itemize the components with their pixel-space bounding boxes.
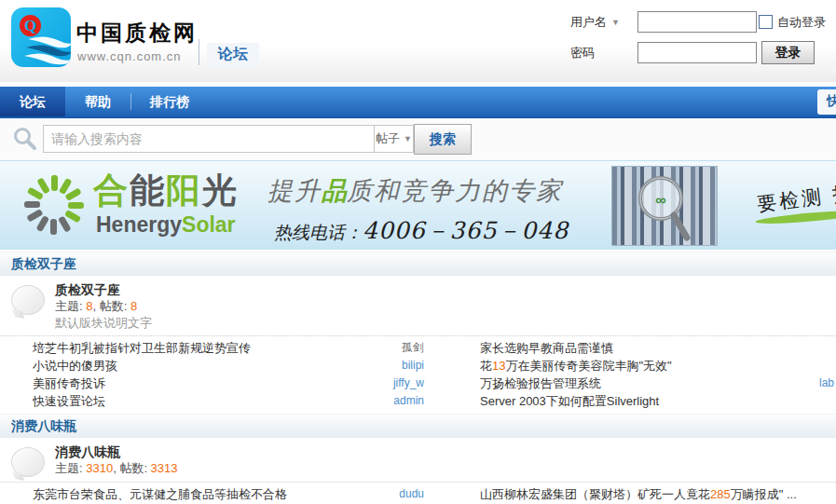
password-input[interactable] — [637, 42, 757, 63]
nav-tabs: 论坛帮助排行榜 — [0, 87, 836, 116]
topic-title-text: 山西柳林宏盛集团（聚财塔）矿死一人竟花 — [480, 487, 710, 501]
topic-title-link[interactable]: 快速设置论坛 — [33, 392, 393, 410]
post-count: 3313 — [151, 461, 178, 475]
section-title[interactable]: 质检双子座 — [11, 256, 76, 271]
topic-title-text: 万在美丽传奇美容院丰胸"无效" — [505, 359, 671, 373]
topic-count: 8 — [86, 299, 92, 313]
topic-author-link[interactable]: admin — [393, 392, 430, 410]
topic-cell: 万扬检验报告管理系统lab — [430, 375, 836, 392]
advertiser-char: 能 — [130, 171, 166, 210]
topic-cell: Server 2003下如何配置Silverlight — [430, 392, 836, 410]
forum-section: 消费八味瓶消费八味瓶主题: 3310, 帖数: 3313东莞市台荣食品、元谋健之… — [0, 414, 836, 504]
topic-title-link[interactable]: 美丽传奇投诉 — [33, 375, 393, 392]
ad-banner[interactable]: 合能阳光 HenergySolar 提升品质和竞争力的专家 热线电话：4006－… — [0, 161, 836, 250]
svg-text:∞: ∞ — [655, 192, 665, 208]
topic-author-link[interactable]: 孤剑 — [402, 339, 430, 357]
topic-title-link[interactable]: 山西柳林宏盛集团（聚财塔）矿死一人竟花285万瞒报成" ... — [480, 485, 836, 503]
login-button[interactable]: 登录 — [761, 41, 815, 64]
magnifier-ad-icon: ∞ — [629, 170, 700, 241]
section-header: 质检双子座 — [0, 252, 836, 276]
topic-title-text: 万瞒报成" ... — [731, 487, 797, 501]
topic-title-highlight: 13 — [492, 359, 505, 373]
search-scope-dropdown[interactable]: 帖子▼ — [374, 125, 414, 153]
forum-bubble-icon — [11, 285, 45, 315]
forum-page: Q 中国质检网 www.cqn.com.cn 论坛 用户名▼ 自动登录 密码 登… — [0, 0, 836, 504]
site-title: 中国质检网 — [76, 19, 198, 48]
search-bar: 帖子▼ 搜索 — [0, 118, 836, 161]
ad-tagline: 要检测 找 — [756, 180, 836, 218]
advertiser-name-en: HenergySolar — [96, 212, 236, 238]
topic-title-highlight: 285 — [710, 487, 731, 501]
topic-count: 3310 — [86, 461, 113, 475]
topic-author-link[interactable]: lab — [819, 375, 836, 392]
topic-cell: 花13万在美丽传奇美容院丰胸"无效" — [430, 357, 836, 375]
table-row: 培芝牛初乳被指针对卫生部新规逆势宣传孤剑家长选购早教商品需谨慎 — [0, 339, 836, 357]
quick-nav-button[interactable]: 快捷导航 — [817, 89, 836, 115]
search-button[interactable]: 搜索 — [414, 124, 472, 155]
table-row: 美丽传奇投诉jiffy_w万扬检验报告管理系统lab — [0, 375, 836, 392]
site-header: Q 中国质检网 www.cqn.com.cn 论坛 用户名▼ 自动登录 密码 登… — [0, 0, 836, 82]
logo-waves-icon — [24, 28, 71, 65]
site-url: www.cqn.com.cn — [77, 49, 182, 63]
auto-login-checkbox[interactable] — [759, 15, 773, 29]
username-input[interactable] — [637, 11, 757, 33]
forum-section: 质检双子座质检双子座主题: 8, 帖数: 8默认版块说明文字培芝牛初乳被指针对卫… — [0, 252, 836, 414]
ad-hotline: 热线电话：4006－365－048 — [274, 215, 569, 246]
sunburst-icon — [21, 171, 88, 238]
topic-title-text: 花 — [480, 359, 492, 373]
advertiser-char: 光 — [202, 171, 239, 210]
topic-title-link[interactable]: 花13万在美丽传奇美容院丰胸"无效" — [480, 357, 836, 375]
auto-login-wrap: 自动登录 — [759, 14, 836, 31]
forum-summary: 消费八味瓶主题: 3310, 帖数: 3313 — [0, 438, 836, 479]
topic-cell: 山西柳林宏盛集团（聚财塔）矿死一人竟花285万瞒报成" ... — [430, 485, 836, 503]
nav-tab-排行榜[interactable]: 排行榜 — [130, 87, 209, 116]
nav-tab-论坛[interactable]: 论坛 — [0, 87, 65, 116]
table-row: 快速设置论坛adminServer 2003下如何配置Silverlight — [0, 392, 836, 410]
forum-section-label: 论坛 — [207, 43, 259, 68]
username-dropdown-icon[interactable]: ▼ — [611, 18, 620, 27]
topic-cell: 东莞市台荣食品、元谋健之脯食品等抽检不合格dudu — [0, 485, 430, 503]
topic-cell: 培芝牛初乳被指针对卫生部新规逆势宣传孤剑 — [0, 339, 430, 357]
forum-bubble-icon — [11, 447, 45, 477]
topic-author-link[interactable]: dudu — [399, 485, 430, 503]
forum-name-link[interactable]: 质检双子座 — [55, 282, 152, 298]
forum-info: 消费八味瓶主题: 3310, 帖数: 3313 — [55, 444, 178, 477]
auto-login-label: 自动登录 — [777, 14, 826, 31]
section-title[interactable]: 消费八味瓶 — [11, 418, 76, 433]
forum-stats: 主题: 3310, 帖数: 3313 — [55, 460, 178, 477]
login-form: 用户名▼ 自动登录 密码 登录 — [570, 11, 836, 64]
main-nav: 论坛帮助排行榜 快捷导航 — [0, 87, 836, 118]
topic-cell: 快速设置论坛admin — [0, 392, 430, 410]
scope-dropdown-icon: ▼ — [404, 134, 412, 143]
search-input[interactable] — [43, 125, 374, 153]
topic-title-link[interactable]: 小说中的傻男孩 — [33, 357, 402, 375]
table-row: 小说中的傻男孩bilipi花13万在美丽传奇美容院丰胸"无效" — [0, 357, 836, 375]
forum-sections: 质检双子座质检双子座主题: 8, 帖数: 8默认版块说明文字培芝牛初乳被指针对卫… — [0, 252, 836, 504]
forum-stats: 主题: 8, 帖数: 8 — [55, 298, 152, 315]
advertiser-char: 合 — [93, 171, 130, 210]
topic-rows: 东莞市台荣食品、元谋健之脯食品等抽检不合格dudu山西柳林宏盛集团（聚财塔）矿死… — [0, 483, 836, 504]
topic-title-link[interactable]: 家长选购早教商品需谨慎 — [480, 339, 836, 357]
topic-rows: 培芝牛初乳被指针对卫生部新规逆势宣传孤剑家长选购早教商品需谨慎小说中的傻男孩bi… — [0, 336, 836, 414]
topic-cell: 家长选购早教商品需谨慎 — [430, 339, 836, 357]
topic-author-link[interactable]: jiffy_w — [393, 375, 430, 392]
site-logo[interactable]: Q — [11, 7, 71, 67]
topic-cell: 美丽传奇投诉jiffy_w — [0, 375, 430, 392]
username-label: 用户名▼ — [570, 14, 637, 31]
topic-title-link[interactable]: Server 2003下如何配置Silverlight — [480, 392, 836, 410]
section-header: 消费八味瓶 — [0, 414, 836, 438]
forum-name-link[interactable]: 消费八味瓶 — [55, 444, 178, 460]
topic-title-link[interactable]: 东莞市台荣食品、元谋健之脯食品等抽检不合格 — [33, 485, 399, 503]
advertiser-char: 阳 — [166, 171, 202, 210]
password-label: 密码 — [570, 45, 637, 61]
topic-title-link[interactable]: 培芝牛初乳被指针对卫生部新规逆势宣传 — [33, 339, 402, 357]
topic-author-link[interactable]: bilipi — [402, 357, 430, 375]
post-count: 8 — [130, 299, 137, 313]
topic-cell: 小说中的傻男孩bilipi — [0, 357, 430, 375]
topic-title-link[interactable]: 万扬检验报告管理系统 — [480, 375, 819, 392]
brand-divider — [199, 39, 199, 65]
nav-tab-帮助[interactable]: 帮助 — [65, 87, 130, 116]
advertiser-name-cn: 合能阳光 — [93, 172, 239, 210]
table-row: 东莞市台荣食品、元谋健之脯食品等抽检不合格dudu山西柳林宏盛集团（聚财塔）矿死… — [0, 485, 836, 503]
search-icon — [12, 126, 38, 152]
